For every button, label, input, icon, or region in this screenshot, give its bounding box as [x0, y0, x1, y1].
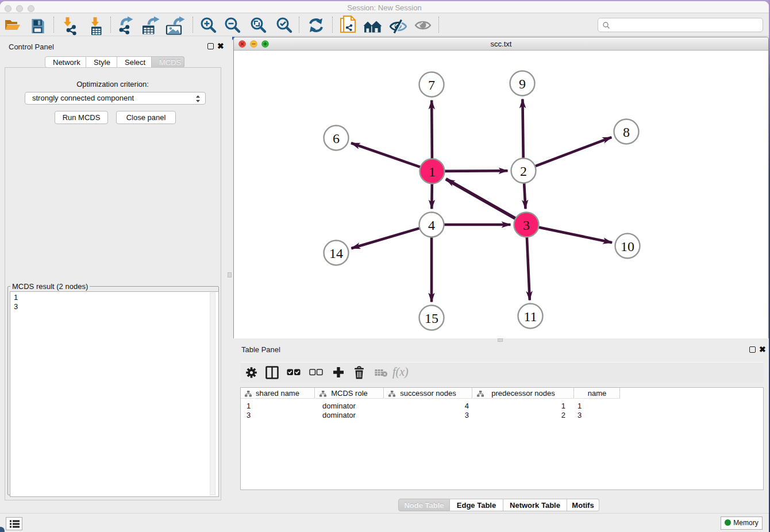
svg-text:2: 2	[520, 164, 527, 179]
svg-text:1: 1	[429, 164, 436, 179]
svg-text:4: 4	[428, 218, 435, 233]
svg-text:11: 11	[523, 309, 537, 324]
svg-text:10: 10	[621, 239, 634, 254]
svg-text:15: 15	[425, 311, 438, 326]
svg-text:6: 6	[333, 131, 340, 146]
svg-text:7: 7	[428, 78, 435, 92]
svg-text:9: 9	[519, 76, 526, 91]
svg-text:14: 14	[329, 246, 343, 261]
svg-text:3: 3	[523, 218, 530, 233]
svg-text:8: 8	[623, 125, 630, 140]
